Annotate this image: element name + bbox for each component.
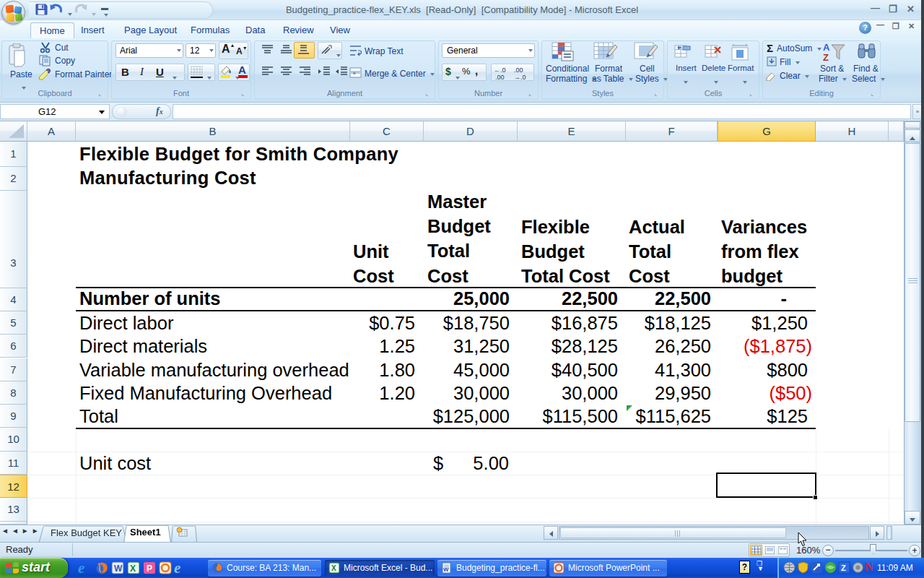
svg-text:Z: Z — [841, 564, 846, 572]
svg-text:W: W — [443, 566, 449, 573]
svg-text:X: X — [130, 564, 136, 574]
svg-text:A: A — [823, 42, 830, 53]
svg-text:X: X — [331, 564, 336, 572]
svg-text:Z: Z — [823, 52, 829, 62]
svg-text:W: W — [114, 564, 123, 574]
svg-text:P: P — [147, 564, 152, 574]
